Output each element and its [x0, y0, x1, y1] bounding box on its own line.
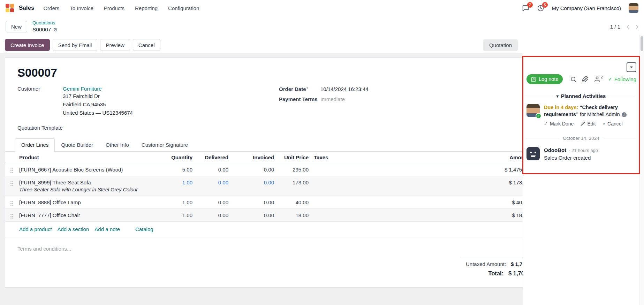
add-note-link[interactable]: Add a note — [94, 226, 120, 232]
log-note-button[interactable]: Log note — [526, 74, 563, 84]
delivered-cell[interactable]: 0.00 — [192, 167, 228, 173]
col-delivered[interactable]: Delivered — [192, 154, 228, 160]
customer-label: Customer — [17, 86, 63, 116]
control-panel-breadcrumb: New Quotations S00007 ⚙ 1 / 1 ‹ › — [0, 16, 644, 37]
menu-to-invoice[interactable]: To Invoice — [70, 5, 93, 11]
menu-configuration[interactable]: Configuration — [168, 5, 199, 11]
record-pager: 1 / 1 ‹ › — [610, 22, 638, 31]
apps-grid-square — [10, 8, 14, 12]
mark-done-button[interactable]: ✓ Mark Done — [544, 121, 574, 127]
apps-grid-square — [10, 4, 14, 8]
followers-count: 2 — [601, 75, 603, 79]
app-name[interactable]: Sales — [19, 5, 34, 12]
payment-terms-field[interactable]: Immediate — [320, 96, 345, 102]
info-icon[interactable]: i — [622, 112, 627, 117]
following-toggle[interactable]: ✓ Following — [608, 76, 636, 82]
activities-clock-icon[interactable]: 5 — [537, 5, 544, 12]
close-chatter-button[interactable]: × — [627, 62, 636, 72]
followers-icon[interactable]: 2 — [594, 76, 603, 83]
unit-price-cell[interactable]: 295.00 — [274, 167, 309, 173]
untaxed-amount-label: Untaxed Amount: — [466, 261, 506, 267]
order-lines-table: Product Quantity Delivered Invoiced Unit… — [5, 152, 523, 222]
search-messages-icon[interactable] — [570, 76, 577, 83]
status-badge[interactable]: Quotation — [483, 39, 518, 51]
planned-activities-toggle[interactable]: ▾ Planned Activities — [556, 93, 606, 99]
order-date-field[interactable]: 10/14/2024 16:23:44 — [320, 86, 369, 92]
apps-menu-icon[interactable] — [6, 4, 14, 12]
quotation-template-label: Quotation Template — [17, 125, 523, 131]
order-line-row[interactable]: [FURN_6667] Acoustic Bloc Screens (Wood)… — [5, 163, 523, 176]
help-icon[interactable]: ? — [306, 86, 309, 90]
col-product[interactable]: Product — [18, 154, 159, 160]
tab-customer-signature[interactable]: Customer Signature — [135, 138, 194, 152]
vertical-scrollbar[interactable] — [639, 35, 644, 305]
col-taxes[interactable]: Taxes — [309, 154, 356, 160]
customer-link[interactable]: Gemini Furniture — [63, 86, 133, 92]
tab-other-info[interactable]: Other Info — [99, 138, 135, 152]
order-date-label: Order Date? — [279, 86, 320, 92]
cancel-button[interactable]: Cancel — [133, 39, 160, 51]
invoiced-cell[interactable]: 0.00 — [228, 180, 274, 185]
order-line-row[interactable]: [FURN_8999] Three-Seat Sofa Three Seater… — [5, 176, 523, 196]
edit-activity-button[interactable]: Edit — [581, 121, 596, 127]
col-invoiced[interactable]: Invoiced — [228, 154, 274, 160]
catalog-link[interactable]: Catalog — [135, 226, 153, 232]
customer-address-line: Fairfield CA 94535 — [63, 101, 133, 108]
user-avatar[interactable] — [629, 3, 638, 13]
message-author[interactable]: OdooBot — [544, 147, 566, 153]
new-button[interactable]: New — [6, 21, 27, 32]
gear-icon[interactable]: ⚙ — [53, 26, 58, 33]
attachments-icon[interactable] — [582, 76, 589, 83]
chevron-left-icon[interactable]: ‹ — [627, 22, 629, 31]
customer-address-line: United States — US12345674 — [63, 109, 133, 117]
chevron-right-icon[interactable]: › — [636, 22, 638, 31]
unit-price-cell[interactable]: 18.00 — [274, 212, 309, 218]
invoiced-cell[interactable]: 0.00 — [228, 167, 274, 173]
product-cell[interactable]: [FURN_8999] Three-Seat Sofa — [19, 180, 159, 185]
messages-icon[interactable]: 7 — [522, 5, 529, 12]
terms-and-conditions-field[interactable]: Terms and conditions... — [17, 246, 523, 252]
product-cell[interactable]: [FURN_7777] Office Chair — [18, 212, 159, 218]
unit-price-cell[interactable]: 40.00 — [274, 199, 309, 205]
col-quantity[interactable]: Quantity — [159, 154, 192, 160]
send-by-email-button[interactable]: Send by Email — [53, 39, 98, 51]
quantity-cell[interactable]: 1.00 — [159, 199, 192, 205]
quantity-cell[interactable]: 1.00 — [159, 180, 192, 185]
add-product-link[interactable]: Add a product — [19, 226, 52, 232]
quantity-cell[interactable]: 1.00 — [159, 212, 192, 218]
menu-reporting[interactable]: Reporting — [135, 5, 158, 11]
drag-handle-icon[interactable] — [5, 199, 18, 202]
amount-cell: $ 40.00 — [356, 199, 523, 205]
activity-actions: ✓ Mark Done Edit × Cancel — [544, 121, 636, 127]
breadcrumb-quotations-link[interactable]: Quotations — [32, 20, 58, 26]
add-section-link[interactable]: Add a section — [57, 226, 89, 232]
invoiced-cell[interactable]: 0.00 — [228, 212, 274, 218]
message-body: Sales Order created — [544, 155, 598, 161]
scrollbar-thumb[interactable] — [641, 36, 643, 51]
col-amount[interactable]: Amount — [356, 154, 523, 160]
preview-button[interactable]: Preview — [100, 39, 130, 51]
quantity-cell[interactable]: 5.00 — [159, 167, 192, 173]
col-unit-price[interactable]: Unit Price — [274, 154, 309, 160]
order-line-row[interactable]: [FURN_8888] Office Lamp 1.00 0.00 0.00 4… — [5, 196, 523, 209]
invoiced-cell[interactable]: 0.00 — [228, 199, 274, 205]
delivered-cell[interactable]: 0.00 — [192, 199, 228, 205]
menu-orders[interactable]: Orders — [43, 5, 59, 11]
create-invoice-button[interactable]: Create Invoice — [5, 39, 50, 51]
delivered-cell[interactable]: 0.00 — [192, 180, 228, 185]
note-icon — [531, 77, 536, 82]
cancel-activity-button[interactable]: × Cancel — [603, 121, 623, 127]
drag-handle-icon[interactable] — [5, 212, 18, 215]
tab-quote-builder[interactable]: Quote Builder — [55, 138, 99, 152]
product-description[interactable]: Three Seater Sofa with Lounger in Steel … — [19, 187, 159, 192]
drag-handle-icon[interactable] — [5, 180, 18, 182]
menu-products[interactable]: Products — [104, 5, 124, 11]
product-cell[interactable]: [FURN_8888] Office Lamp — [18, 199, 159, 205]
delivered-cell[interactable]: 0.00 — [192, 212, 228, 218]
tab-order-lines[interactable]: Order Lines — [15, 138, 55, 152]
unit-price-cell[interactable]: 173.00 — [274, 180, 309, 185]
company-switcher[interactable]: My Company (San Francisco) — [552, 5, 621, 11]
drag-handle-icon[interactable] — [5, 167, 18, 169]
order-line-row[interactable]: [FURN_7777] Office Chair 1.00 0.00 0.00 … — [5, 209, 523, 222]
product-cell[interactable]: [FURN_6667] Acoustic Bloc Screens (Wood) — [18, 167, 159, 173]
